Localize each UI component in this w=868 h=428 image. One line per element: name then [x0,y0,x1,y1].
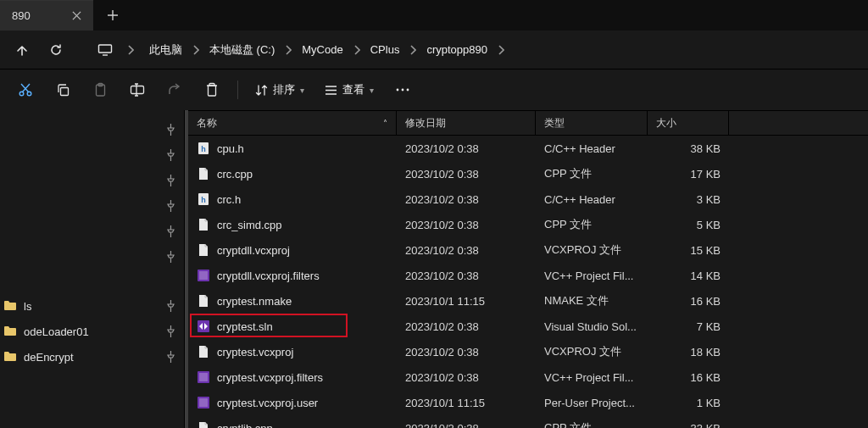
file-type: C/C++ Header [536,136,648,161]
close-icon[interactable] [72,11,81,20]
file-date: 2023/10/2 0:38 [397,237,536,263]
svg-text:h: h [201,145,206,153]
svg-rect-3 [60,87,68,95]
file-row[interactable]: crc.cpp2023/10/2 0:38CPP 文件17 KB [188,161,868,186]
sidebar-item[interactable] [0,117,184,142]
file-row[interactable]: cryptest.vcxproj.filters2023/10/2 0:38VC… [188,364,868,390]
col-size[interactable]: 大小 [648,111,729,135]
svg-rect-7 [209,86,216,96]
file-row[interactable]: cryptdll.vcxproj.filters2023/10/2 0:38VC… [188,263,868,288]
file-icon [197,421,210,428]
chevron-right-icon [494,45,508,55]
col-name-label: 名称 [197,116,217,131]
col-name[interactable]: 名称 ˄ [188,111,397,135]
sidebar-item[interactable]: deEncrypt [0,344,184,370]
file-name: crc.h [217,193,241,206]
cut-button[interactable] [8,74,42,106]
svg-rect-16 [199,271,208,280]
file-row[interactable]: cryptest.vcxproj.user2023/10/1 11:15Per-… [188,390,868,415]
file-row[interactable]: cryptdll.vcxproj2023/10/2 0:38VCXPROJ 文件… [188,237,868,263]
sidebar-item-label: odeLoader01 [24,325,161,338]
file-type: CPP 文件 [536,161,648,186]
sidebar-item[interactable] [0,168,184,193]
sidebar-item[interactable] [0,219,184,244]
file-date: 2023/10/2 0:38 [397,186,536,212]
file-date: 2023/10/2 0:38 [397,314,536,339]
crumb-0[interactable]: 此电脑 [144,39,187,61]
file-icon: h [197,192,210,206]
pin-icon [166,251,175,263]
file-name: cryptlib.cpp [217,422,273,429]
file-row[interactable]: cryptlib.cpp2023/10/2 0:38CPP 文件33 KB [188,415,868,428]
file-date: 2023/10/2 0:38 [397,364,536,390]
pin-icon [166,149,175,161]
sidebar-item-label: ls [24,300,161,313]
file-date: 2023/10/1 11:15 [397,288,536,314]
file-row[interactable]: cryptest.vcxproj2023/10/2 0:38VCXPROJ 文件… [188,339,868,364]
sidebar-item[interactable] [0,244,184,270]
file-row[interactable]: crc_simd.cpp2023/10/2 0:38CPP 文件5 KB [188,212,868,237]
svg-rect-6 [131,86,144,94]
col-type[interactable]: 类型 [536,111,648,135]
sort-label: 排序 [273,82,295,97]
folder-icon [3,350,17,364]
tab-strip: 890 [0,0,868,31]
crumb-1[interactable]: 本地磁盘 (C:) [204,39,280,61]
sort-asc-icon: ˄ [383,119,387,128]
file-icon [197,396,210,409]
crumb-4[interactable]: cryptopp890 [421,40,492,59]
svg-text:h: h [201,196,206,204]
refresh-button[interactable] [41,35,71,65]
up-button[interactable] [7,35,37,65]
file-type: CPP 文件 [536,415,648,428]
rename-button[interactable] [120,74,154,106]
col-size-label: 大小 [656,116,676,131]
file-size: 33 KB [648,415,729,428]
file-name: cryptdll.vcxproj.filters [217,270,320,282]
view-button[interactable]: 查看 ▾ [316,74,382,106]
file-rows: hcpu.h2023/10/2 0:38C/C++ Header38 KBcrc… [188,136,868,428]
sidebar-item[interactable]: ls [0,293,184,319]
separator [237,81,238,99]
copy-button[interactable] [46,74,80,106]
svg-point-1 [19,92,24,96]
tab-label: 890 [12,9,31,22]
share-button[interactable] [158,74,192,106]
file-name: cpu.h [217,142,244,155]
file-row[interactable]: cryptest.sln2023/10/2 0:38Visual Studio … [188,314,868,339]
sort-button[interactable]: 排序 ▾ [247,74,313,106]
sidebar-item[interactable]: odeLoader01 [0,319,184,344]
sidebar-item[interactable] [0,193,184,219]
file-type: NMAKE 文件 [536,288,648,314]
file-name: cryptest.vcxproj.filters [217,371,323,384]
pc-icon[interactable] [90,35,120,65]
file-size: 7 KB [648,314,729,339]
pin-icon [166,124,175,136]
file-date: 2023/10/2 0:38 [397,161,536,186]
file-size: 17 KB [648,161,729,186]
new-tab-button[interactable] [93,0,132,31]
pin-icon [166,300,175,312]
file-icon [197,345,210,359]
file-name: cryptest.sln [217,320,273,333]
paste-button[interactable] [83,74,117,106]
sidebar-item-label: deEncrypt [24,351,161,364]
crumb-2[interactable]: MyCode [297,40,348,59]
col-date[interactable]: 修改日期 [397,111,536,135]
svg-rect-19 [199,373,208,381]
file-icon [197,370,210,384]
file-pane: 名称 ˄ 修改日期 类型 大小 hcpu.h2023/10/2 0:38C/C+… [188,110,868,428]
crumb-3[interactable]: CPlus [365,40,405,59]
more-button[interactable] [386,74,420,106]
delete-button[interactable] [195,74,229,106]
file-row[interactable]: hcpu.h2023/10/2 0:38C/C++ Header38 KB [188,136,868,161]
sidebar-item[interactable] [0,142,184,168]
view-label: 查看 [342,82,364,97]
pin-icon [166,325,175,337]
tab-active[interactable]: 890 [0,0,93,31]
svg-point-8 [397,89,399,92]
file-size: 18 KB [648,339,729,364]
file-row[interactable]: cryptest.nmake2023/10/1 11:15NMAKE 文件16 … [188,288,868,314]
col-type-label: 类型 [544,116,565,131]
file-row[interactable]: hcrc.h2023/10/2 0:38C/C++ Header3 KB [188,186,868,212]
